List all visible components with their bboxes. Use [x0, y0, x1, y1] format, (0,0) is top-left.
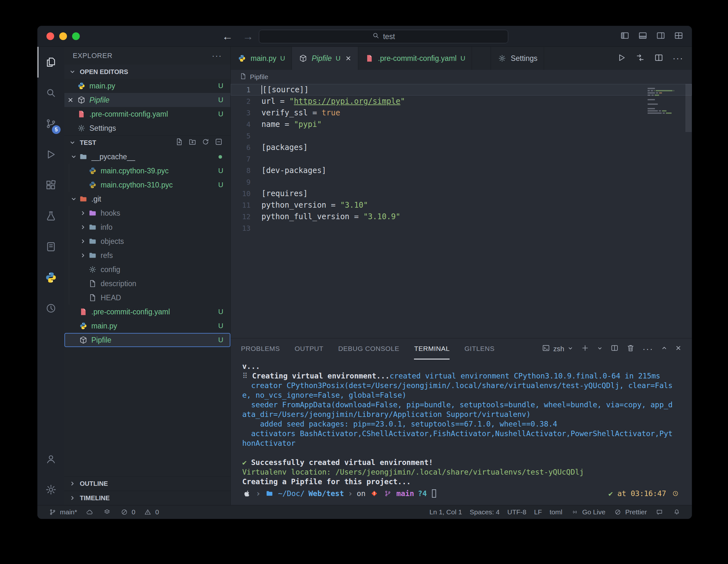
terminal-output[interactable]: v...⠿ Creating virtual environment...cre… [231, 360, 692, 505]
new-terminal-icon[interactable] [581, 344, 589, 354]
statusbar-go-live[interactable]: Go Live [566, 505, 609, 519]
tree-item-refs[interactable]: refs [64, 248, 230, 262]
sidebar-more-actions-icon[interactable]: ··· [212, 51, 222, 61]
maximize-window-button[interactable] [72, 32, 80, 40]
maximize-panel-icon[interactable] [661, 345, 667, 353]
tree-item-main.cpython-39.pyc[interactable]: main.cpython-39.pycU [64, 164, 230, 178]
open-editor-.pre-commit-config.yaml[interactable]: .pre-commit-config.yamlU [64, 107, 230, 121]
activity-item-run-and-debug[interactable] [37, 139, 64, 170]
tree-item-info[interactable]: info [64, 220, 230, 234]
statusbar-cursor-position[interactable]: Ln 1, Col 1 [426, 505, 466, 519]
tree-item-HEAD[interactable]: HEAD [64, 291, 230, 305]
breadcrumb[interactable]: Pipfile [231, 70, 692, 84]
chevron-right-icon[interactable] [78, 210, 88, 216]
activity-item-testing[interactable] [37, 201, 64, 231]
open-editor-Settings[interactable]: Settings [64, 121, 230, 135]
new-folder-icon[interactable] [188, 138, 196, 147]
terminal-dropdown-icon[interactable] [597, 345, 603, 353]
chevron-right-icon[interactable] [78, 252, 88, 259]
statusbar-feedback[interactable] [651, 505, 668, 519]
new-file-icon[interactable] [175, 138, 183, 147]
minimap[interactable] [648, 88, 683, 117]
statusbar-prettier[interactable]: Prettier [609, 505, 651, 519]
timeline-section-header[interactable]: TIMELINE [64, 491, 230, 505]
close-tab-icon[interactable] [345, 55, 352, 62]
statusbar-eol[interactable]: LF [530, 505, 546, 519]
refresh-explorer-icon[interactable] [202, 138, 210, 147]
tree-item-hooks[interactable]: hooks [64, 206, 230, 220]
activity-item-search[interactable] [37, 78, 64, 108]
open-changes-icon[interactable] [635, 53, 645, 64]
activity-item-accounts[interactable] [37, 444, 64, 474]
tree-item-description[interactable]: description [64, 277, 230, 291]
activity-item-extensions[interactable] [37, 170, 64, 201]
statusbar-indentation[interactable]: Spaces: 4 [466, 505, 503, 519]
editor-more-actions-icon[interactable]: ··· [673, 54, 683, 63]
activity-item-explorer[interactable] [37, 47, 64, 78]
panel-tab-problems[interactable]: PROBLEMS [241, 338, 280, 360]
statusbar-language-mode[interactable]: toml [546, 505, 566, 519]
panel-tab-output[interactable]: OUTPUT [295, 338, 324, 360]
tree-item-main.py[interactable]: main.pyU [64, 319, 230, 333]
tree-item-config[interactable]: config [64, 262, 230, 277]
tab-Pipfile[interactable]: PipfileU [292, 47, 358, 70]
statusbar-sync-changes[interactable] [81, 505, 98, 519]
open-editor-Pipfile[interactable]: PipfileU [64, 93, 230, 107]
chevron-down-icon[interactable] [69, 153, 79, 160]
fileRed-icon [365, 54, 374, 62]
statusbar-notifications[interactable] [668, 505, 685, 519]
activity-item-python[interactable] [37, 262, 64, 293]
run-file-icon[interactable] [617, 53, 626, 64]
command-center-search[interactable]: test [259, 30, 508, 43]
code-editor[interactable]: 1[[source]]2url = "https://pypi.org/simp… [231, 84, 692, 338]
activity-item-manage[interactable] [37, 474, 64, 505]
close-window-button[interactable] [46, 32, 54, 40]
activity-item-gitlens[interactable] [37, 293, 64, 324]
activity-item-notebooks[interactable] [37, 231, 64, 262]
close-panel-icon[interactable] [675, 345, 682, 353]
statusbar-error-count[interactable]: 0 [116, 505, 139, 519]
minimize-window-button[interactable] [59, 32, 67, 40]
toggle-sidebar-icon[interactable] [620, 31, 630, 42]
minimap-mark [648, 88, 655, 89]
chevron-right-icon[interactable] [78, 224, 88, 230]
split-editor-icon[interactable] [654, 53, 664, 64]
chevron-down-icon[interactable] [69, 196, 79, 202]
panel-tab-debug-console[interactable]: DEBUG CONSOLE [338, 338, 399, 360]
toggle-panel-icon[interactable] [638, 31, 648, 42]
open-editor-main.py[interactable]: main.pyU [64, 79, 230, 93]
project-section-header[interactable]: TEST [64, 135, 230, 150]
close-editor-icon[interactable] [64, 97, 77, 103]
tree-item-.pre-commit-config.yaml[interactable]: .pre-commit-config.yamlU [64, 305, 230, 319]
statusbar-encoding[interactable]: UTF-8 [503, 505, 530, 519]
tab-.pre-commit-config.yaml[interactable]: .pre-commit-config.yamlU [358, 47, 472, 70]
collapse-folders-icon[interactable] [215, 138, 223, 147]
indent-guide [69, 220, 78, 234]
kill-terminal-icon[interactable] [626, 344, 635, 354]
back-button[interactable]: ← [222, 30, 233, 43]
outline-section-header[interactable]: OUTLINE [64, 476, 230, 491]
shell-selector[interactable]: zsh [542, 344, 573, 354]
statusbar-warning-count[interactable]: 0 [139, 505, 163, 519]
panel-tab-gitlens[interactable]: GITLENS [464, 338, 494, 360]
tab-Settings[interactable]: Settings [491, 47, 544, 70]
tab-main.py[interactable]: main.pyU [231, 47, 292, 70]
tree-item-__pycache__[interactable]: __pycache__ [64, 150, 230, 164]
tree-item-objects[interactable]: objects [64, 234, 230, 248]
statusbar-branch-indicator[interactable]: main* [44, 505, 81, 519]
toggle-secondary-sidebar-icon[interactable] [656, 31, 666, 42]
chevron-right-icon[interactable] [78, 238, 88, 245]
forward-button[interactable]: → [243, 30, 253, 43]
panel-tab-terminal[interactable]: TERMINAL [414, 338, 450, 360]
editor-scrollbar[interactable] [685, 84, 692, 132]
fileRed-icon [79, 308, 88, 316]
split-terminal-icon[interactable] [610, 344, 619, 354]
statusbar-git-layers[interactable] [98, 505, 116, 519]
activity-item-source-control[interactable]: 5 [37, 108, 64, 139]
open-editors-header[interactable]: OPEN EDITORS [64, 65, 230, 79]
customize-layout-icon[interactable] [674, 31, 683, 42]
panel-more-actions-icon[interactable]: ··· [642, 344, 653, 353]
tree-item-Pipfile[interactable]: PipfileU [64, 333, 230, 347]
tree-item-main.cpython-310.pyc[interactable]: main.cpython-310.pycU [64, 178, 230, 192]
tree-item-.git[interactable]: .git [64, 192, 230, 206]
